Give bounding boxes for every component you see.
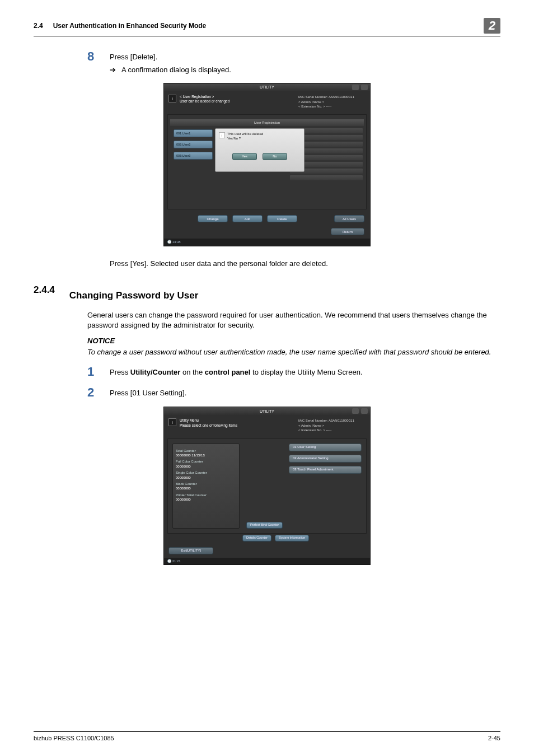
return-button[interactable]: Return xyxy=(331,228,364,235)
user-row-2[interactable]: 002:User2 xyxy=(174,141,213,148)
utility-title: UTILITY xyxy=(260,85,274,90)
after-shot1-text: Press [Yes]. Selected user data and the … xyxy=(110,259,500,269)
screenshot-user-registration: UTILITY i < User Registration > User can… xyxy=(163,83,371,246)
menu-01-user-setting[interactable]: 01 User Setting xyxy=(289,444,362,451)
titlebar-icon xyxy=(352,408,359,414)
notice-label: NOTICE xyxy=(87,336,500,346)
shot2-time: 21:21 xyxy=(172,559,181,563)
change-button[interactable]: Change xyxy=(198,215,228,222)
system-information-button[interactable]: System Information xyxy=(275,535,309,542)
section-2.4.4-number: 2.4.4 xyxy=(34,283,55,309)
info-icon: i xyxy=(168,418,176,426)
shot2-ext-no: < Extension No. > ----- xyxy=(298,428,366,432)
shot2-head-line2: Please select one of following items xyxy=(180,423,237,428)
clock-icon: 🕒 xyxy=(167,559,171,563)
user-row-1[interactable]: 001:User1 xyxy=(174,129,213,137)
section-2.4.4-paragraph: General users can change the password re… xyxy=(87,310,500,330)
clock-icon: 🕒 xyxy=(167,240,171,244)
shot2-admin-name: < Admin. Name > xyxy=(298,423,366,428)
step-1-number: 1 xyxy=(87,365,110,378)
footer-product: bizhub PRESS C1100/C1085 xyxy=(34,734,114,743)
all-users-button[interactable]: All Users xyxy=(334,215,364,222)
dialog-line1: This user will be deleted xyxy=(227,132,263,136)
yes-button[interactable]: Yes xyxy=(232,153,257,160)
arrow-icon: ➔ xyxy=(110,65,116,75)
shot2-mc-serial: M/C Serial Number: A5AN011000011 xyxy=(298,418,366,423)
shot1-admin-name: < Admin. Name > xyxy=(298,100,366,104)
shot1-mc-serial: M/C Serial Number: A5AN011000011 xyxy=(298,95,366,99)
dialog-line2: Yes/No ? xyxy=(227,137,263,141)
section-2.4.4-title: Changing Password by User xyxy=(69,289,199,302)
header-section-number: 2.4 xyxy=(34,21,43,31)
confirm-dialog: i This user will be deleted Yes/No ? Yes… xyxy=(215,128,305,172)
shot1-head-line1: < User Registration > xyxy=(180,95,229,99)
info-icon: i xyxy=(219,132,225,138)
step-8-result: A confirmation dialog is displayed. xyxy=(121,65,231,75)
menu-02-admin-setting[interactable]: 02 Administrator Setting xyxy=(289,455,362,463)
perfect-bind-counter-button[interactable]: Perfect Bind Counter xyxy=(246,522,283,529)
notice-body: To change a user password without user a… xyxy=(87,347,500,357)
titlebar-icon xyxy=(361,408,368,414)
step-2-text: Press [01 User Setting]. xyxy=(110,386,186,398)
shot2-head-line1: Utility Menu xyxy=(180,418,237,423)
utility-title: UTILITY xyxy=(260,409,274,414)
titlebar-icon xyxy=(352,85,359,90)
exit-utility-button[interactable]: Exit[UTILITY] xyxy=(168,547,213,554)
footer-page-number: 2-45 xyxy=(488,734,500,743)
no-button[interactable]: No xyxy=(263,153,287,160)
step-1-text: Press Utility/Counter on the control pan… xyxy=(110,365,363,377)
screenshot-utility-menu: UTILITY i Utility Menu Please select one… xyxy=(163,407,371,565)
menu-03-touch-panel[interactable]: 03 Touch Panel Adjustment xyxy=(289,466,362,474)
step-8-number: 8 xyxy=(87,50,110,63)
add-button[interactable]: Add xyxy=(232,215,263,222)
details-counter-button[interactable]: Details Counter xyxy=(242,535,271,542)
user-row-3[interactable]: 003:User3 xyxy=(174,152,213,160)
step-2-number: 2 xyxy=(87,386,110,399)
titlebar-icon xyxy=(361,85,368,90)
chapter-badge: 2 xyxy=(484,18,500,34)
delete-button[interactable]: Delete xyxy=(267,215,297,222)
step-8-text: Press [Delete]. xyxy=(110,50,157,62)
header-section-title: User Authentication in Enhanced Security… xyxy=(53,21,484,31)
panel-title: User Registration xyxy=(170,119,364,126)
shot1-head-line2: User can be added or changed xyxy=(180,99,229,104)
shot1-ext-no: < Extension No. > ----- xyxy=(298,104,366,109)
info-icon: i xyxy=(168,95,176,102)
shot1-time: 14:38 xyxy=(172,240,181,244)
counters-panel: Total Counter 00000000 11/15/13 Full Col… xyxy=(172,444,240,529)
